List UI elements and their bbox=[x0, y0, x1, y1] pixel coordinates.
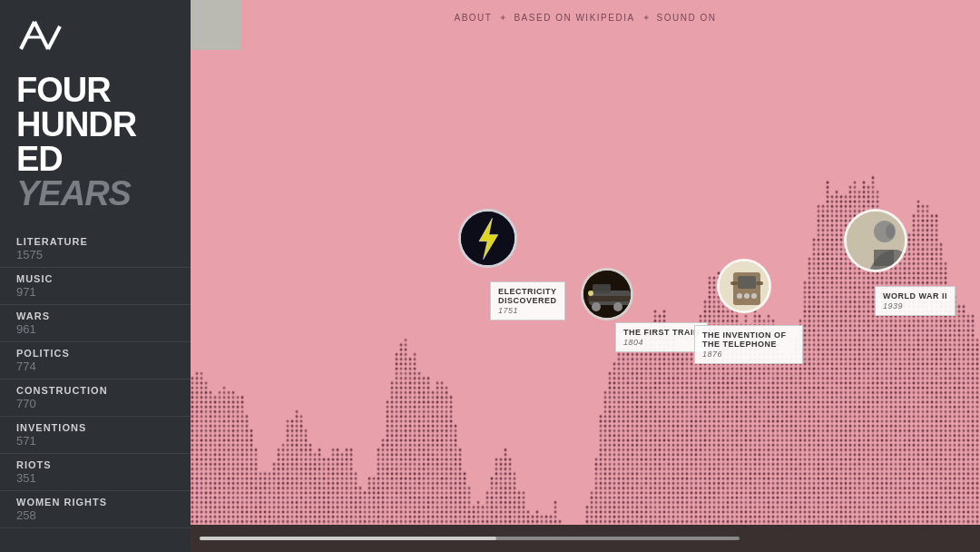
cat-count-music: 971 bbox=[16, 285, 174, 299]
first-train-year: 1804 bbox=[623, 338, 700, 347]
cat-name-literature: Literature bbox=[16, 236, 174, 247]
telephone-circle[interactable] bbox=[717, 259, 771, 313]
cat-count-riots: 351 bbox=[16, 471, 174, 485]
svg-line-3 bbox=[48, 26, 60, 49]
wwii-card[interactable]: WORLD WAR II 1939 bbox=[875, 286, 956, 316]
cat-count-construction: 770 bbox=[16, 397, 174, 410]
electricity-card[interactable]: ELECTRICITYDISCOVERED 1751 bbox=[490, 281, 565, 320]
cat-name-music: Music bbox=[16, 273, 174, 284]
telephone-title: THE INVENTION OF THE TELEPHONE bbox=[702, 330, 787, 349]
sound-toggle[interactable]: Sound On bbox=[657, 13, 717, 23]
first-train-title: THE FIRST TRAIN bbox=[623, 328, 700, 337]
cat-count-inventions: 571 bbox=[16, 434, 174, 448]
svg-rect-20 bbox=[730, 281, 738, 285]
svg-point-18 bbox=[744, 293, 750, 299]
cat-name-riots: Riots bbox=[16, 459, 174, 470]
timeline-progress-track[interactable] bbox=[200, 537, 740, 540]
sidebar-item-inventions[interactable]: Inventions 571 bbox=[0, 417, 191, 454]
cat-count-politics: 774 bbox=[16, 360, 174, 373]
dot-visualization bbox=[191, 0, 980, 552]
title-main: FOUR HUNDR ED bbox=[16, 73, 174, 176]
sidebar-item-riots[interactable]: Riots 351 bbox=[0, 454, 191, 491]
svg-point-17 bbox=[737, 293, 742, 299]
timeline-bar bbox=[191, 525, 980, 552]
svg-point-10 bbox=[592, 302, 601, 311]
about-link[interactable]: About bbox=[455, 13, 493, 23]
cat-count-women-rights: 258 bbox=[16, 508, 174, 522]
sidebar-item-women-rights[interactable]: Women Rights 258 bbox=[0, 491, 191, 528]
svg-rect-9 bbox=[593, 284, 611, 293]
cat-count-wars: 961 bbox=[16, 322, 174, 336]
sidebar-item-politics[interactable]: Politics 774 bbox=[0, 342, 191, 380]
telephone-year: 1876 bbox=[702, 350, 795, 359]
wikipedia-link[interactable]: Based on Wikipedia bbox=[514, 13, 634, 23]
svg-line-0 bbox=[21, 22, 34, 49]
cat-name-inventions: Inventions bbox=[16, 422, 174, 433]
timeline-progress-fill bbox=[200, 537, 496, 540]
svg-line-1 bbox=[34, 22, 48, 49]
electricity-year: 1751 bbox=[498, 306, 557, 315]
svg-rect-21 bbox=[756, 281, 763, 285]
top-navigation: About ✦ Based on Wikipedia ✦ Sound On bbox=[191, 0, 980, 27]
sidebar-item-literature[interactable]: Literature 1575 bbox=[0, 231, 191, 268]
wwii-title: WORLD WAR II bbox=[883, 291, 947, 301]
nav-sep-2: ✦ bbox=[642, 13, 650, 23]
svg-rect-12 bbox=[587, 296, 632, 301]
cat-name-women-rights: Women Rights bbox=[16, 497, 174, 508]
first-train-circle[interactable] bbox=[581, 268, 633, 320]
svg-rect-16 bbox=[738, 276, 756, 289]
app-logo bbox=[16, 17, 62, 54]
categories-list: Literature 1575 Music 971 Wars 961 Polit… bbox=[0, 223, 191, 552]
main-viz-area: About ✦ Based on Wikipedia ✦ Sound On EL… bbox=[191, 0, 980, 552]
svg-point-19 bbox=[751, 293, 757, 299]
sidebar-item-construction[interactable]: Construction 770 bbox=[0, 380, 191, 417]
title-years: YEARS bbox=[16, 176, 174, 211]
electricity-circle[interactable] bbox=[458, 209, 517, 268]
cat-count-literature: 1575 bbox=[16, 248, 174, 261]
svg-point-11 bbox=[613, 302, 622, 311]
nav-sep-1: ✦ bbox=[499, 13, 506, 23]
wwii-circle[interactable] bbox=[844, 209, 907, 272]
svg-point-25 bbox=[886, 224, 895, 239]
app-title: FOUR HUNDR ED YEARS bbox=[0, 64, 191, 223]
sidebar-item-wars[interactable]: Wars 961 bbox=[0, 305, 191, 342]
sidebar: FOUR HUNDR ED YEARS Literature 1575 Musi… bbox=[0, 0, 191, 552]
sidebar-item-music[interactable]: Music 971 bbox=[0, 268, 191, 305]
svg-rect-24 bbox=[874, 250, 894, 266]
cat-name-construction: Construction bbox=[16, 385, 174, 396]
cat-name-politics: Politics bbox=[16, 348, 174, 359]
wwii-year: 1939 bbox=[883, 301, 947, 310]
telephone-card[interactable]: THE INVENTION OF THE TELEPHONE 1876 bbox=[694, 325, 803, 364]
cat-name-wars: Wars bbox=[16, 310, 174, 321]
electricity-title: ELECTRICITYDISCOVERED bbox=[498, 287, 557, 305]
logo-area bbox=[0, 0, 191, 64]
svg-point-13 bbox=[588, 291, 593, 296]
